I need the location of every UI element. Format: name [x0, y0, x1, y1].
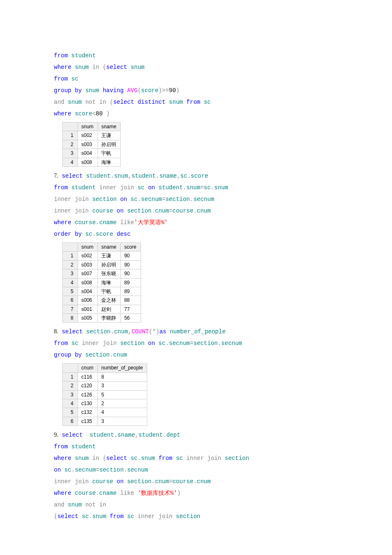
- table-header: [63, 122, 78, 131]
- sql-line: (select sc.snum from sc inner join secti…: [54, 511, 338, 522]
- sql-line: order by sc.score desc: [54, 228, 338, 240]
- sql-line: 7. select student.snum,student.sname,sc.…: [54, 170, 338, 182]
- table-row: 8s005李晓静56: [63, 314, 141, 323]
- sql-line: inner join course on section.cnum=course…: [54, 476, 338, 487]
- table-row: 7s001赵剑77: [63, 305, 141, 313]
- table-row: 3c1265: [63, 390, 147, 399]
- sql-line: from student: [54, 441, 338, 452]
- table-header: snum: [78, 122, 98, 131]
- sql-line: group by section.cnum: [54, 349, 338, 361]
- table-header: number_of_people: [98, 364, 147, 372]
- sql-line: on sc.secnum=section.secnum: [54, 464, 338, 476]
- sql-line: group by snum having AVG(score)>=90): [54, 85, 338, 96]
- table-row: 2s003孙启明90: [63, 260, 141, 269]
- sql-line: where snum in (select snum: [54, 61, 338, 73]
- table-row: 2s003孙启明: [63, 140, 121, 149]
- table-row: 4c1302: [63, 399, 147, 408]
- result-table-3: cnum number_of_people 1c1168 2c1203 3c12…: [62, 363, 147, 426]
- sql-line: inner join section on sc.secnum=section.…: [54, 193, 338, 205]
- table-header: sname: [98, 122, 121, 131]
- table-header: score: [121, 242, 141, 251]
- table-header: snum: [78, 242, 98, 251]
- table-row: 1s002王谦90: [63, 252, 141, 260]
- sql-line: from sc inner join section on sc.secnum=…: [54, 337, 338, 349]
- table-row: 6s006金之林88: [63, 296, 141, 305]
- result-table-2: snum sname score 1s002王谦90 2s003孙启明90 3s…: [62, 242, 141, 323]
- sql-line: where score<80 ): [54, 108, 338, 120]
- table-header: [63, 364, 78, 372]
- table-header: cnum: [78, 364, 98, 372]
- sql-line: where snum in (select sc.snum from sc in…: [54, 452, 338, 464]
- sql-line: and snum not in (select distinct snum fr…: [54, 96, 338, 108]
- table-row: 2c1203: [63, 381, 147, 390]
- sql-line: 9. select student.sname,student.dept: [54, 429, 338, 441]
- sql-line: from student inner join sc on student.sn…: [54, 182, 338, 193]
- table-row: 6c1353: [63, 417, 147, 425]
- sql-line: inner join course on section.cnum=course…: [54, 205, 338, 217]
- result-table-1: snum sname 1 s002 王谦 2s003孙启明 3s004宇帆 4s…: [62, 122, 121, 167]
- sql-line: and snum not in: [54, 499, 338, 511]
- table-header: [63, 242, 78, 251]
- table-row: 3s004宇帆: [63, 149, 121, 158]
- table-row: 1c1168: [63, 372, 147, 381]
- table-header: sname: [98, 242, 121, 251]
- sql-line: where course.cname like '数据库技术%'): [54, 487, 338, 499]
- table-row: 4s008海琳89: [63, 278, 141, 287]
- table-row: 3s007张东晓90: [63, 269, 141, 278]
- table-row: 1 s002 王谦: [63, 131, 121, 140]
- sql-line: where course.cname like'大学英语%': [54, 217, 338, 228]
- sql-line: from sc: [54, 73, 338, 85]
- table-row: 5s004宇帆89: [63, 287, 141, 296]
- sql-line: from student: [54, 50, 338, 61]
- table-row: 4s008海琳: [63, 158, 121, 166]
- sql-line: 8. select section.cnum,COUNT(*)as number…: [54, 326, 338, 337]
- table-row: 5c1324: [63, 408, 147, 417]
